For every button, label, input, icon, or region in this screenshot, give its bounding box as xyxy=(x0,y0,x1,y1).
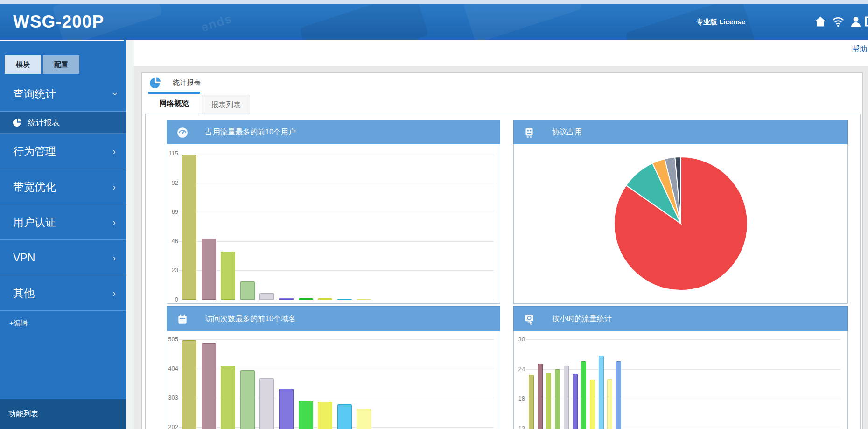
gauge-icon xyxy=(176,127,189,139)
chevron-right-icon: › xyxy=(112,275,116,311)
bar xyxy=(581,361,586,429)
sidebar-subitem-统计报表[interactable]: 统计报表 xyxy=(0,112,126,134)
gridline xyxy=(179,339,494,340)
bar xyxy=(564,366,569,429)
logout-icon[interactable] xyxy=(863,15,868,28)
bar xyxy=(259,293,274,300)
header-watermark: ends xyxy=(199,11,234,35)
bar xyxy=(546,373,551,429)
chart-title: 协议占用 xyxy=(552,127,582,137)
chart-title: 访问次数最多的前10个域名 xyxy=(205,314,296,324)
sidebar-tab-1[interactable]: 配置 xyxy=(43,55,79,74)
chart-header: 访问次数最多的前10个域名 xyxy=(167,306,500,331)
wsg-dashboard: { "header": { "logo": "WSG-200P", "licen… xyxy=(0,0,868,429)
bar xyxy=(221,252,235,300)
gridline xyxy=(179,241,494,242)
bar xyxy=(202,239,216,300)
header-pattern xyxy=(299,4,429,40)
content-left-strip xyxy=(126,40,134,429)
bar xyxy=(240,281,255,300)
sidebar-item-label: 查询统计 xyxy=(13,88,56,100)
chart-card-hourly-traffic: 按小时的流量统计 30241812 xyxy=(513,306,848,429)
main-tab-bar: 网络概览报表列表 xyxy=(148,92,250,114)
bar xyxy=(599,356,604,429)
pie-chart-icon xyxy=(12,118,22,127)
bar xyxy=(182,155,196,300)
bar xyxy=(529,375,534,429)
bar xyxy=(538,364,543,429)
meter-icon xyxy=(523,313,535,325)
sidebar-footer-function-list[interactable]: 功能列表 xyxy=(0,399,126,429)
tab-1[interactable]: 报表列表 xyxy=(202,95,250,114)
bar xyxy=(590,380,595,429)
gridline xyxy=(179,154,494,154)
chevron-right-icon: › xyxy=(112,240,116,275)
y-axis-tick-label: 0 xyxy=(167,296,178,303)
bar xyxy=(259,378,274,429)
help-link[interactable]: 帮助 xyxy=(852,44,867,54)
home-icon[interactable] xyxy=(814,15,827,28)
app-header: ends WSG-200P 专业版 License xyxy=(0,4,868,40)
sidebar-item-0[interactable]: 查询统计› xyxy=(0,76,126,112)
sidebar-item-1[interactable]: 行为管理› xyxy=(0,134,126,169)
y-axis-tick-label: 23 xyxy=(167,267,178,274)
gridline xyxy=(526,369,840,370)
pie-chart-protocol xyxy=(513,144,848,304)
bar xyxy=(182,340,196,429)
y-axis-tick-label: 18 xyxy=(514,395,525,402)
bar xyxy=(318,402,332,429)
sidebar-item-5[interactable]: 其他› xyxy=(0,275,126,311)
y-axis-tick-label: 404 xyxy=(167,365,178,372)
sidebar-item-label: VPN xyxy=(13,252,35,264)
y-axis-tick-label: 12 xyxy=(514,425,525,429)
chevron-right-icon: › xyxy=(112,134,116,169)
panel-title: 统计报表 xyxy=(173,78,201,87)
bar-chart-top-users: 115926946230 xyxy=(167,144,500,304)
bar xyxy=(337,404,352,429)
sidebar-subitem-label: 统计报表 xyxy=(28,118,60,127)
sidebar-menu: 查询统计›统计报表行为管理›带宽优化›用户认证›VPN›其他› xyxy=(0,76,126,311)
chart-card-protocol: 协议占用 xyxy=(513,120,848,304)
user-icon[interactable] xyxy=(849,15,862,28)
gridline xyxy=(179,212,494,212)
bar xyxy=(573,374,578,429)
bar xyxy=(240,370,255,429)
statistics-report-panel: 统计报表 网络概览报表列表 占用流量最多的前10个用户 115926946230 xyxy=(141,72,863,429)
sidebar-item-label: 用户认证 xyxy=(13,216,56,228)
gridline xyxy=(179,183,494,183)
calendar-icon xyxy=(176,313,189,325)
bar xyxy=(318,298,332,300)
wifi-icon[interactable] xyxy=(832,15,845,28)
y-axis-tick-label: 115 xyxy=(167,150,178,157)
chart-card-top-users: 占用流量最多的前10个用户 115926946230 xyxy=(167,120,500,304)
y-axis-tick-label: 303 xyxy=(167,394,178,401)
sidebar-edit-link[interactable]: +编辑 xyxy=(9,319,28,328)
chart-header: 协议占用 xyxy=(513,120,848,144)
sidebar-tab-0[interactable]: 模块 xyxy=(5,55,41,74)
bar xyxy=(616,361,621,429)
sidebar-tab-bar: 模块配置 xyxy=(5,55,81,74)
chevron-right-icon: › xyxy=(112,204,116,240)
chart-title: 占用流量最多的前10个用户 xyxy=(205,127,296,137)
pie-chart xyxy=(514,144,847,303)
tab-0[interactable]: 网络概览 xyxy=(148,92,200,114)
robot-icon xyxy=(523,127,535,139)
chart-title: 按小时的流量统计 xyxy=(552,314,612,324)
y-axis-tick-label: 46 xyxy=(167,238,178,245)
sidebar-item-label: 带宽优化 xyxy=(13,181,56,193)
header-pattern xyxy=(463,4,582,40)
bar xyxy=(279,298,294,300)
panel-breadcrumb: 统计报表 xyxy=(148,77,162,89)
pie-chart-icon xyxy=(148,77,162,89)
browser-top-strip xyxy=(0,0,868,4)
license-label: 专业版 License xyxy=(696,18,745,27)
bar xyxy=(299,298,313,300)
sidebar-item-4[interactable]: VPN› xyxy=(0,240,126,275)
sidebar-item-2[interactable]: 带宽优化› xyxy=(0,169,126,204)
sidebar-item-3[interactable]: 用户认证› xyxy=(0,204,126,240)
bar xyxy=(202,343,216,429)
app-logo: WSG-200P xyxy=(13,4,104,40)
tab-content: 占用流量最多的前10个用户 115926946230 协议占用 xyxy=(145,114,861,429)
bar-chart-top-domains: 505404303202 xyxy=(167,331,500,429)
y-axis-tick-label: 30 xyxy=(514,336,525,343)
